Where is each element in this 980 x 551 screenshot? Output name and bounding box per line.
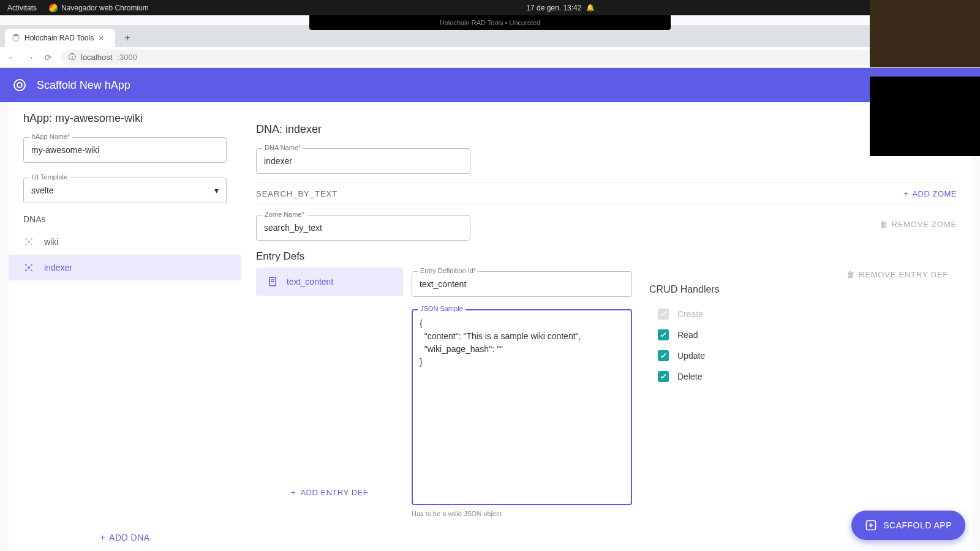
notification-icon[interactable]: 🔔 [586, 4, 595, 12]
dna-item-indexer[interactable]: indexer [9, 255, 241, 280]
app-title: Scaffold New hApp [37, 79, 889, 92]
app-header: Scaffold New hApp i CORE CONC [0, 68, 980, 102]
happ-heading: hApp: my-awesome-wiki [9, 102, 241, 131]
crud-create-row: Create [649, 304, 948, 324]
svg-point-5 [25, 238, 27, 240]
crud-update-label: Update [677, 351, 705, 361]
zome-name-input[interactable] [256, 215, 470, 241]
tab-title: Holochain RAD Tools [24, 34, 94, 42]
remove-zome-button[interactable]: 🗑 REMOVE ZOME [880, 220, 957, 229]
svg-point-12 [25, 269, 27, 271]
trash-icon: 🗑 [846, 270, 855, 279]
dna-name-label: DNA Name* [262, 144, 303, 151]
entry-id-input[interactable] [412, 271, 632, 297]
svg-point-6 [31, 238, 32, 240]
url-host: localhost [81, 53, 112, 62]
svg-point-0 [14, 80, 25, 91]
ui-template-label: UI Template [29, 173, 70, 181]
entry-def-tab[interactable]: text_content [256, 268, 403, 296]
dna-icon [23, 236, 34, 247]
add-zome-button[interactable]: +ADD ZOME [903, 189, 957, 198]
scaffold-icon [865, 519, 877, 531]
json-helper-text: Has to be a valid JSON object [412, 510, 632, 517]
svg-point-7 [25, 244, 27, 246]
checkbox-update[interactable] [658, 350, 669, 361]
dna-detail-pane: DNA: indexer DNA Name* SEARCH_BY_TEXT +A… [241, 102, 971, 551]
dna-heading: DNA: indexer [256, 113, 957, 142]
svg-point-4 [28, 241, 31, 244]
happ-name-input[interactable] [23, 137, 227, 163]
overlay-blackbox [870, 77, 980, 156]
dna-item-label: wiki [44, 237, 58, 247]
checkbox-read[interactable] [658, 329, 669, 340]
add-zome-label: ADD ZOME [912, 189, 957, 198]
add-entry-def-button[interactable]: + ADD ENTRY DEF [256, 479, 403, 506]
chevron-down-icon: ▾ [214, 186, 219, 195]
checkbox-create [658, 309, 669, 320]
svg-point-10 [25, 264, 27, 266]
plus-icon: + [100, 533, 105, 542]
new-tab-button[interactable]: + [120, 31, 135, 45]
dna-item-label: indexer [44, 263, 72, 272]
crud-read-row[interactable]: Read [649, 324, 948, 345]
crud-read-label: Read [677, 330, 698, 340]
json-sample-label: JSON Sample [418, 305, 466, 312]
active-app-label: Navegador web Chromium [61, 4, 149, 12]
json-sample-input[interactable] [412, 309, 632, 505]
svg-point-9 [28, 266, 31, 269]
add-dna-label: ADD DNA [109, 533, 150, 542]
dna-list: wiki indexer [9, 229, 241, 523]
happ-sidebar: hApp: my-awesome-wiki hApp Name* UI Temp… [9, 102, 241, 551]
crud-update-row[interactable]: Update [649, 345, 948, 366]
browser-toolbar: ← → ⟳ ⓘ localhost:3000 [0, 47, 980, 68]
remove-entry-def-button[interactable]: 🗑 REMOVE ENTRY DEF [846, 270, 948, 279]
dna-name-input[interactable] [256, 148, 470, 174]
reload-icon[interactable]: ⟳ [43, 53, 54, 62]
zome-name-label: Zome Name* [262, 211, 307, 218]
url-port: :3000 [117, 53, 137, 62]
crud-delete-row[interactable]: Delete [649, 366, 948, 387]
globe-icon: ⓘ [69, 52, 76, 62]
zome-section-label: SEARCH_BY_TEXT [256, 189, 337, 198]
plus-icon: + [903, 189, 908, 198]
entry-tab-label: text_content [287, 277, 333, 287]
add-entry-def-label: ADD ENTRY DEF [300, 488, 368, 497]
crud-delete-label: Delete [677, 372, 702, 381]
dna-icon [23, 262, 34, 273]
webcam-overlay [870, 0, 980, 67]
banner-text: Holochain RAD Tools • Uncurated [440, 19, 540, 26]
chromium-icon [49, 4, 58, 12]
scaffold-app-label: SCAFFOLD APP [883, 520, 952, 530]
back-icon[interactable]: ← [6, 53, 17, 62]
entry-id-label: Entry Definition Id* [418, 267, 478, 274]
chromium-notification-banner: Holochain RAD Tools • Uncurated [309, 15, 671, 30]
happ-name-label: hApp Name* [29, 133, 72, 140]
crud-handlers-title: CRUD Handlers [649, 284, 948, 295]
holochain-logo-icon [12, 78, 27, 92]
svg-point-8 [31, 244, 32, 246]
gnome-top-bar: Activitats Navegador web Chromium 17 de … [0, 0, 980, 15]
activities-label[interactable]: Activitats [7, 4, 37, 12]
remove-zome-label: REMOVE ZOME [892, 220, 957, 229]
crud-create-label: Create [677, 309, 703, 319]
svg-point-11 [31, 264, 32, 266]
dna-item-wiki[interactable]: wiki [9, 229, 241, 255]
remove-entry-label: REMOVE ENTRY DEF [859, 270, 948, 279]
svg-point-13 [31, 269, 32, 271]
address-bar[interactable]: ⓘ localhost:3000 [61, 50, 974, 66]
forward-icon[interactable]: → [24, 53, 36, 62]
close-icon[interactable]: × [99, 33, 104, 43]
trash-icon: 🗑 [880, 220, 888, 229]
active-app[interactable]: Navegador web Chromium [49, 4, 149, 12]
loading-spinner-icon [12, 34, 20, 42]
clock-label[interactable]: 17 de gen. 13:42 [526, 4, 581, 12]
plus-icon: + [291, 488, 296, 497]
checkbox-delete[interactable] [658, 371, 669, 382]
browser-tab[interactable]: Holochain RAD Tools × [5, 29, 115, 47]
dnas-section-label: DNAs [9, 212, 241, 229]
add-dna-button[interactable]: +ADD DNA [9, 523, 241, 551]
ui-template-select[interactable]: svelte ▾ [23, 178, 227, 203]
ui-template-value: svelte [31, 186, 54, 195]
document-icon [267, 276, 278, 287]
scaffold-app-button[interactable]: SCAFFOLD APP [851, 511, 965, 540]
